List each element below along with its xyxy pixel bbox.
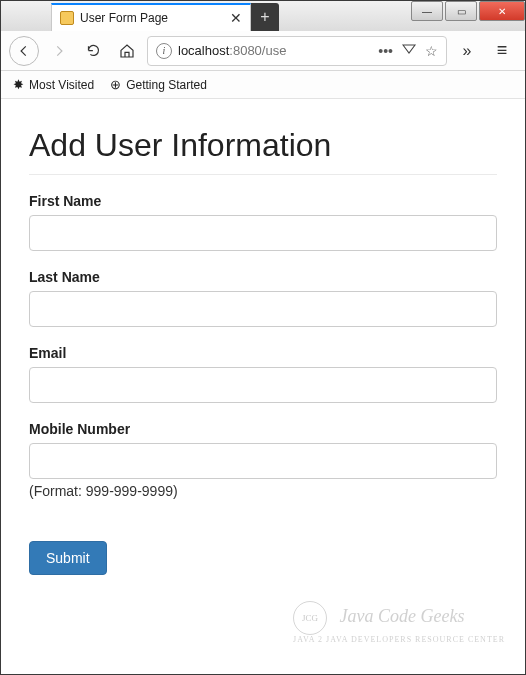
url-host: localhost xyxy=(178,43,229,58)
label-mobile: Mobile Number xyxy=(29,421,497,437)
label-first-name: First Name xyxy=(29,193,497,209)
nav-toolbar: i localhost:8080/use ••• ☆ » ≡ xyxy=(1,31,525,71)
close-tab-icon[interactable]: ✕ xyxy=(230,10,242,26)
form-group-last-name: Last Name xyxy=(29,269,497,327)
maximize-button[interactable]: ▭ xyxy=(445,1,477,21)
globe-icon: ⊕ xyxy=(110,77,121,92)
home-button[interactable] xyxy=(113,37,141,65)
watermark: Java Code Geeks JAVA 2 JAVA DEVELOPERS R… xyxy=(293,601,505,644)
label-email: Email xyxy=(29,345,497,361)
arrow-left-icon xyxy=(17,44,31,58)
label-last-name: Last Name xyxy=(29,269,497,285)
tab-strip: User Form Page ✕ + xyxy=(51,1,279,31)
app-menu-button[interactable]: ≡ xyxy=(487,36,517,66)
page-actions-icon[interactable]: ••• xyxy=(378,43,393,59)
bookmark-most-visited[interactable]: ✸ Most Visited xyxy=(13,77,94,92)
bookmark-star-icon[interactable]: ☆ xyxy=(425,43,438,59)
favicon-icon xyxy=(60,11,74,25)
reload-button[interactable] xyxy=(79,37,107,65)
form-group-email: Email xyxy=(29,345,497,403)
watermark-logo-icon xyxy=(293,601,327,635)
address-bar[interactable]: i localhost:8080/use ••• ☆ xyxy=(147,36,447,66)
bookmark-label: Most Visited xyxy=(29,78,94,92)
input-last-name[interactable] xyxy=(29,291,497,327)
url-text: localhost:8080/use xyxy=(178,43,372,58)
toolbar-overflow-button[interactable]: » xyxy=(453,37,481,65)
bookmark-getting-started[interactable]: ⊕ Getting Started xyxy=(110,77,207,92)
url-path: /use xyxy=(262,43,287,58)
divider xyxy=(29,174,497,175)
forward-button[interactable] xyxy=(45,37,73,65)
bookmarks-bar: ✸ Most Visited ⊕ Getting Started xyxy=(1,71,525,99)
back-button[interactable] xyxy=(9,36,39,66)
submit-button[interactable]: Submit xyxy=(29,541,107,575)
page-viewport: Add User Information First Name Last Nam… xyxy=(1,99,525,674)
window-controls: — ▭ ✕ xyxy=(409,1,525,23)
titlebar: User Form Page ✕ + — ▭ ✕ xyxy=(1,1,525,31)
input-first-name[interactable] xyxy=(29,215,497,251)
tab-title: User Form Page xyxy=(80,11,168,25)
form-group-mobile: Mobile Number (Format: 999-999-9999) xyxy=(29,421,497,499)
reload-icon xyxy=(86,43,101,58)
watermark-tagline: JAVA 2 JAVA DEVELOPERS RESOURCE CENTER xyxy=(293,635,505,644)
bookmark-label: Getting Started xyxy=(126,78,207,92)
url-actions: ••• ☆ xyxy=(378,41,438,60)
browser-window: User Form Page ✕ + — ▭ ✕ i localhost:808… xyxy=(0,0,526,675)
tab-active[interactable]: User Form Page ✕ xyxy=(51,3,251,31)
hint-mobile-format: (Format: 999-999-9999) xyxy=(29,483,497,499)
home-icon xyxy=(119,43,135,59)
input-email[interactable] xyxy=(29,367,497,403)
arrow-right-icon xyxy=(52,44,66,58)
form-group-first-name: First Name xyxy=(29,193,497,251)
watermark-brand: Java Code Geeks xyxy=(340,606,465,626)
sparkle-icon: ✸ xyxy=(13,77,24,92)
close-window-button[interactable]: ✕ xyxy=(479,1,525,21)
site-info-icon[interactable]: i xyxy=(156,43,172,59)
new-tab-button[interactable]: + xyxy=(251,3,279,31)
minimize-button[interactable]: — xyxy=(411,1,443,21)
url-port: :8080 xyxy=(229,43,262,58)
input-mobile[interactable] xyxy=(29,443,497,479)
page-title: Add User Information xyxy=(29,127,497,164)
reader-icon[interactable] xyxy=(401,41,417,60)
